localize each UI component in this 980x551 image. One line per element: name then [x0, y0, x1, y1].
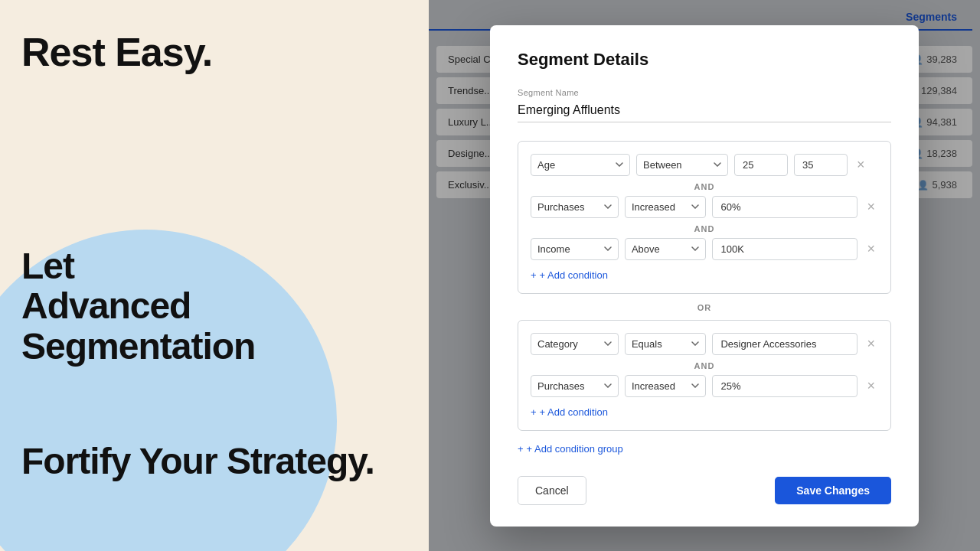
- field-select-purchases-1[interactable]: Purchases: [531, 196, 619, 218]
- modal-footer: Cancel Save Changes: [518, 476, 891, 505]
- left-panel: Rest Easy. Let Advanced Segmentation For…: [0, 0, 429, 551]
- value-input-category[interactable]: [712, 333, 858, 355]
- right-panel: Segments Special C... 39,283 Trendse... …: [429, 0, 980, 551]
- operator-select-between[interactable]: Between: [636, 154, 728, 176]
- condition-row-purchases-2: Purchases Increased ×: [531, 375, 878, 397]
- operator-select-above[interactable]: Above: [625, 238, 707, 260]
- value-input-purchases-1[interactable]: [712, 196, 858, 218]
- operator-select-equals[interactable]: Equals: [625, 333, 707, 355]
- segment-name-input[interactable]: [518, 100, 891, 122]
- remove-purchases-1-condition[interactable]: ×: [864, 198, 878, 215]
- add-condition-icon-group2: +: [531, 406, 537, 418]
- condition-row-age: Age Between ×: [531, 154, 878, 176]
- tagline2-area: Fortify Your Strategy.: [21, 442, 374, 482]
- field-select-category[interactable]: Category: [531, 333, 619, 355]
- tagline-line2: Advanced: [21, 286, 255, 327]
- modal-overlay: Segment Details Segment Name Age Between…: [429, 0, 980, 551]
- add-condition-group-btn[interactable]: + + Add condition group: [518, 440, 623, 458]
- value-input-age-max[interactable]: [794, 154, 848, 176]
- and-label-2: AND: [531, 224, 878, 233]
- or-divider: OR: [518, 303, 891, 312]
- segment-details-modal: Segment Details Segment Name Age Between…: [490, 25, 919, 527]
- add-condition-btn-group1[interactable]: + + Add condition: [531, 266, 608, 284]
- remove-purchases-2-condition[interactable]: ×: [864, 377, 878, 394]
- remove-category-condition[interactable]: ×: [864, 335, 878, 352]
- value-input-income[interactable]: [712, 238, 858, 260]
- modal-title: Segment Details: [518, 50, 891, 70]
- operator-select-increased-2[interactable]: Increased: [625, 375, 707, 397]
- cancel-button[interactable]: Cancel: [518, 476, 586, 505]
- save-changes-button[interactable]: Save Changes: [775, 477, 891, 504]
- remove-age-condition[interactable]: ×: [854, 156, 868, 173]
- and-label-3: AND: [531, 361, 878, 370]
- field-select-income[interactable]: Income: [531, 238, 619, 260]
- field-select-age[interactable]: Age: [531, 154, 630, 176]
- tagline-line1: Let: [21, 246, 255, 287]
- condition-group-1: Age Between × AND Purchases I: [518, 141, 891, 294]
- and-label-1: AND: [531, 182, 878, 191]
- field-select-purchases-2[interactable]: Purchases: [531, 375, 619, 397]
- tagline2-text: Fortify Your Strategy.: [21, 442, 374, 482]
- add-group-label: + Add condition group: [527, 443, 623, 455]
- condition-group-2: Category Equals × AND Purchases Increase: [518, 320, 891, 431]
- tagline-line3: Segmentation: [21, 327, 255, 367]
- segment-name-label: Segment Name: [518, 88, 891, 97]
- condition-row-purchases-1: Purchases Increased ×: [531, 196, 878, 218]
- add-condition-label-group1: + Add condition: [540, 269, 608, 281]
- operator-select-increased-1[interactable]: Increased: [625, 196, 707, 218]
- tagline-area: Let Advanced Segmentation: [21, 246, 255, 367]
- add-condition-icon-group1: +: [531, 269, 537, 281]
- condition-row-income: Income Above ×: [531, 238, 878, 260]
- add-group-icon: +: [518, 443, 524, 455]
- condition-row-category: Category Equals ×: [531, 333, 878, 355]
- headline-text: Rest Easy.: [21, 31, 212, 74]
- remove-income-condition[interactable]: ×: [864, 240, 878, 257]
- value-input-age-min[interactable]: [734, 154, 788, 176]
- add-condition-label-group2: + Add condition: [540, 406, 608, 418]
- headline-area: Rest Easy.: [21, 31, 212, 74]
- value-input-purchases-2[interactable]: [712, 375, 858, 397]
- add-condition-btn-group2[interactable]: + + Add condition: [531, 403, 608, 421]
